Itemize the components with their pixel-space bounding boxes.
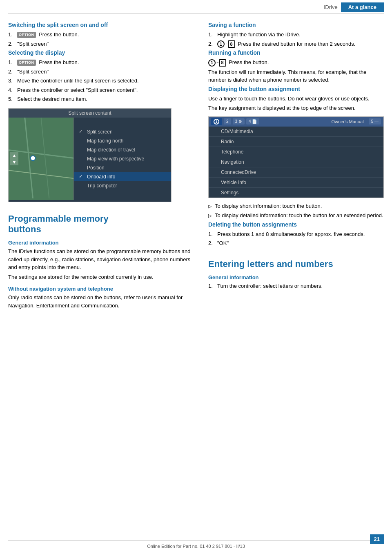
section-selecting-steps: 1. OPTION Press the button. 2. "Split sc… [8, 58, 200, 103]
step-num: 2. [8, 40, 17, 48]
step-num: 1. [8, 58, 17, 67]
btn-num-1: 1 [214, 119, 219, 125]
step-num: 1. [208, 230, 217, 238]
step-text: Select the desired menu item. [17, 95, 200, 103]
displaying-body2: The key assignment is displayed at the t… [208, 104, 384, 112]
idrive-screen-mockup: 1 2 3 ⚙ 4 📄 Owner's Manual 5 — CD/Multim… [208, 116, 384, 198]
step-text: "Split screen" [17, 68, 200, 76]
idrive-btn-3: 3 ⚙ [233, 118, 245, 125]
step-num: 2. [208, 40, 217, 48]
num-button-icon: 1 ··· 8 [217, 40, 235, 48]
running-body: 1 ··· 8 Press the button. [208, 58, 384, 67]
step-item: 2. 1 ··· 8 Press the desired button for … [208, 40, 384, 48]
nav-arrow-down: ▼ [10, 159, 18, 165]
num-square-8: 8 [219, 59, 226, 67]
step-num: 2. [208, 239, 217, 247]
programmable-title: Programmable memorybuttons [8, 214, 200, 235]
section-deleting: Deleting the button assignments 1. Press… [208, 221, 384, 247]
idrive-menu: CD/Multimedia Radio Telephone Navigation… [209, 127, 383, 198]
idrive-menu-navigation: Navigation [209, 157, 383, 167]
programmable-body2: The settings are stored for the remote c… [8, 273, 200, 281]
page-content: Switching the split screen on and off 1.… [0, 14, 392, 323]
programmable-body1: The iDrive functions can be stored on th… [8, 247, 200, 271]
programmable-general-subtitle: General information [8, 240, 200, 246]
step-item: 5. Select the desired menu item. [8, 95, 200, 103]
num-dots: ··· [225, 41, 227, 47]
idrive-menu-vehicle: Vehicle Info [209, 178, 383, 188]
section-running: Running a function 1 ··· 8 Press the but… [208, 49, 384, 84]
saving-title: Saving a function [208, 22, 384, 28]
menu-item-trip: Trip computer [74, 181, 171, 190]
header-tab-label: At a glance [341, 2, 384, 12]
split-screen-mockup: Split screen content ▲ [8, 108, 172, 202]
menu-item-mapdir: Map direction of travel [74, 145, 171, 154]
section-switching-steps: 1. OPTION Press the button. 2. "Split sc… [8, 31, 200, 48]
step-num: 2. [8, 68, 17, 76]
bullet-arrow-icon: ▷ [208, 203, 215, 210]
step-num: 1. [8, 31, 17, 39]
bullet-item: ▷ To display short information: touch th… [208, 202, 384, 210]
section-displaying: Displaying the button assignment Use a f… [208, 86, 384, 220]
idrive-menu-cd: CD/Multimedia [209, 127, 383, 137]
idrive-top-bar: 1 2 3 ⚙ 4 📄 Owner's Manual 5 — [209, 117, 383, 127]
idrive-menu-radio: Radio [209, 137, 383, 147]
check-icon-checked: ✓ [79, 174, 85, 179]
section-selecting-title: Selecting the display [8, 49, 200, 56]
idrive-btn-4: 4 📄 [246, 118, 259, 125]
running-body2: The function will run immediately. This … [208, 68, 384, 84]
menu-item-mapnorth: Map facing north [74, 136, 171, 145]
section-saving: Saving a function 1. Highlight the funct… [208, 22, 384, 48]
section-switching-title: Switching the split screen on and off [8, 22, 200, 28]
idrive-btn-1: 1 [211, 118, 222, 125]
idrive-btn-5: 5 — [369, 118, 381, 125]
split-screen-header: Split screen content [9, 109, 171, 118]
step-text: Move the controller until the split scre… [17, 77, 200, 85]
step-item: 2. "Split screen" [8, 40, 200, 48]
num-circle-1: 1 [208, 59, 216, 67]
header-idrive-label: iDrive [324, 4, 341, 10]
deleting-steps: 1. Press buttons 1 and 8 simultaneously … [208, 230, 384, 247]
footer-text: Online Edition for Part no. 01 40 2 917 … [147, 544, 245, 549]
section-entering: Entering letters and numbers General inf… [208, 259, 384, 290]
deleting-title: Deleting the button assignments [208, 221, 384, 228]
split-screen-body: ▲ ▼ ✓ Split screen Map facing north [9, 118, 171, 200]
step-text: "Split screen" [17, 40, 200, 48]
step-text: OPTION Press the button. [17, 58, 200, 67]
num-dots: ··· [216, 60, 218, 66]
step-item: 2. "OK" [208, 239, 384, 247]
option-button-icon: OPTION [17, 32, 36, 38]
step-text: Press the controller or select "Split sc… [17, 86, 200, 94]
step-text: Press buttons 1 and 8 simultaneously for… [217, 230, 384, 238]
displaying-body1: Use a finger to touch the buttons. Do no… [208, 95, 384, 103]
idrive-btn-2: 2 [224, 118, 231, 125]
step-num: 3. [8, 77, 17, 85]
svg-point-5 [31, 156, 36, 160]
section-switching: Switching the split screen on and off 1.… [8, 22, 200, 48]
step-item: 3. Move the controller until the split s… [8, 77, 200, 85]
step-item: 1. Press buttons 1 and 8 simultaneously … [208, 230, 384, 238]
nav-arrow-up: ▲ [10, 152, 18, 159]
step-num: 1. [208, 282, 217, 290]
idrive-menu-telephone: Telephone [209, 147, 383, 157]
nav-arrows: ▲ ▼ [10, 152, 18, 165]
footer: Online Edition for Part no. 01 40 2 917 … [8, 540, 384, 549]
step-num: 4. [8, 86, 17, 94]
programmable-body3: Only radio stations can be stored on the… [8, 294, 200, 309]
option-button-icon: OPTION [17, 60, 36, 66]
step-item: 1. OPTION Press the button. [8, 31, 200, 39]
idrive-owner-label: Owner's Manual [332, 119, 364, 124]
step-num: 5. [8, 95, 17, 103]
programmable-withoutnav-subtitle: Without navigation system and telephone [8, 286, 200, 292]
num-square-8: 8 [228, 40, 235, 48]
page-header: iDrive At a glance [8, 0, 384, 14]
menu-item-position: Position [74, 163, 171, 172]
step-text: Turn the controller: select letters or n… [217, 282, 384, 290]
menu-item-mappersp: Map view with perspective [74, 154, 171, 163]
step-item: 4. Press the controller or select "Split… [8, 86, 200, 94]
section-programmable: Programmable memorybuttons General infor… [8, 214, 200, 310]
step-item: 1. OPTION Press the button. [8, 58, 200, 67]
bullet-item: ▷ To display detailed information: touch… [208, 211, 384, 220]
bullet-text: To display detailed information: touch t… [215, 211, 383, 220]
step-text: "OK" [217, 239, 384, 247]
idrive-menu-settings: Settings [209, 188, 383, 198]
